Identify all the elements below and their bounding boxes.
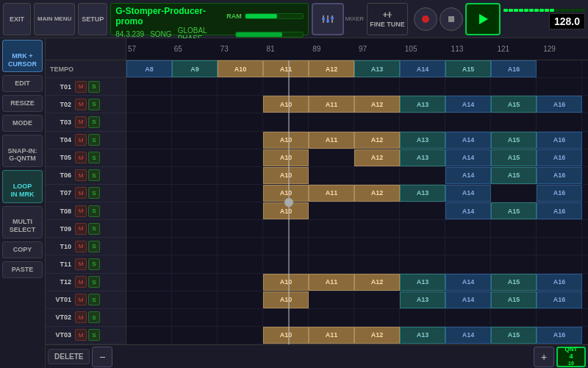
grid-cell-t08-4[interactable] bbox=[309, 202, 354, 219]
grid-cell-tempo-1[interactable]: A9 bbox=[172, 60, 218, 77]
grid-cell-tempo-5[interactable]: A13 bbox=[354, 60, 400, 77]
grid-cell-t09-8[interactable] bbox=[491, 220, 537, 237]
grid-cell-vt02-5[interactable] bbox=[354, 309, 400, 326]
grid-cell-t12-3[interactable]: A10 bbox=[263, 274, 309, 291]
grid-cell-t07-1[interactable] bbox=[172, 185, 218, 202]
grid-cell-vt02-1[interactable] bbox=[172, 309, 218, 326]
grid-cell-t04-9[interactable]: A16 bbox=[537, 132, 582, 149]
grid-cell-vt03-1[interactable] bbox=[172, 327, 218, 344]
grid-cell-t08-5[interactable] bbox=[354, 202, 400, 219]
grid-cell-t03-8[interactable] bbox=[491, 113, 537, 130]
grid-cell-vt01-0[interactable] bbox=[126, 291, 172, 308]
exit-button[interactable]: EXIT bbox=[3, 3, 31, 35]
grid-cell-t02-4[interactable]: A11 bbox=[309, 96, 354, 113]
grid-cell-tempo-8[interactable]: A16 bbox=[491, 60, 537, 77]
grid-cell-t06-7[interactable]: A14 bbox=[445, 167, 491, 184]
grid-cell-t06-9[interactable]: A16 bbox=[537, 167, 582, 184]
solo-button-t10[interactable]: S bbox=[88, 241, 100, 252]
grid-cell-vt03-0[interactable] bbox=[126, 327, 172, 344]
solo-button-t12[interactable]: S bbox=[88, 276, 100, 288]
grid-cell-t08-9[interactable]: A16 bbox=[537, 202, 582, 219]
solo-button-vt03[interactable]: S bbox=[88, 329, 100, 341]
grid-cell-t07-8[interactable] bbox=[491, 185, 537, 202]
grid-cell-t01-7[interactable] bbox=[445, 78, 491, 95]
grid-cell-t10-3[interactable] bbox=[263, 238, 309, 255]
solo-button-vt02[interactable]: S bbox=[88, 311, 100, 323]
grid-cell-t05-5[interactable]: A12 bbox=[354, 149, 400, 166]
grid-cell-t07-7[interactable]: A14 bbox=[445, 185, 491, 202]
grid-cell-vt03-4[interactable]: A11 bbox=[309, 327, 354, 344]
grid-cell-t10-6[interactable] bbox=[400, 238, 445, 255]
grid-cell-t03-3[interactable] bbox=[263, 113, 309, 130]
grid-cell-t09-0[interactable] bbox=[126, 220, 172, 237]
grid-cell-t12-7[interactable]: A14 bbox=[445, 274, 491, 291]
grid-cell-t09-9[interactable] bbox=[537, 220, 582, 237]
grid-cell-t09-6[interactable] bbox=[400, 220, 445, 237]
grid-cell-t05-8[interactable]: A15 bbox=[491, 149, 537, 166]
grid-cell-t04-3[interactable]: A10 bbox=[263, 132, 309, 149]
grid-cell-t06-8[interactable]: A15 bbox=[491, 167, 537, 184]
mute-button-t09[interactable]: M bbox=[75, 223, 87, 235]
main-menu-button[interactable]: MAIN MENU bbox=[34, 3, 75, 35]
grid-cell-vt03-7[interactable]: A14 bbox=[445, 327, 491, 344]
grid-cell-t05-0[interactable] bbox=[126, 149, 172, 166]
stop-button[interactable] bbox=[440, 7, 463, 31]
grid-cell-vt01-9[interactable]: A16 bbox=[537, 291, 582, 308]
setup-button[interactable]: SETUP bbox=[78, 3, 107, 35]
grid-cell-t09-3[interactable] bbox=[263, 220, 309, 237]
snap-in-button[interactable]: SNAP-IN: G-QNTM bbox=[2, 135, 43, 167]
grid-cell-t02-5[interactable]: A12 bbox=[354, 96, 400, 113]
grid-cell-vt01-8[interactable]: A15 bbox=[491, 291, 537, 308]
grid-cell-t12-2[interactable] bbox=[218, 274, 263, 291]
grid-cell-vt01-2[interactable] bbox=[218, 291, 263, 308]
grid-cell-t12-1[interactable] bbox=[172, 274, 218, 291]
solo-button-vt01[interactable]: S bbox=[88, 294, 100, 305]
grid-cell-t05-2[interactable] bbox=[218, 149, 263, 166]
grid-cell-t02-8[interactable]: A15 bbox=[491, 96, 537, 113]
grid-cell-t08-7[interactable]: A14 bbox=[445, 202, 491, 219]
grid-cell-t12-0[interactable] bbox=[126, 274, 172, 291]
grid-cell-t10-4[interactable] bbox=[309, 238, 354, 255]
grid-cell-t06-2[interactable] bbox=[218, 167, 263, 184]
grid-cell-vt02-0[interactable] bbox=[126, 309, 172, 326]
grid-cell-vt03-2[interactable] bbox=[218, 327, 263, 344]
mrk-cursor-button[interactable]: MRK + CURSOR bbox=[2, 40, 43, 72]
grid-cell-t09-5[interactable] bbox=[354, 220, 400, 237]
grid-cell-vt02-2[interactable] bbox=[218, 309, 263, 326]
grid-cell-t06-6[interactable] bbox=[400, 167, 445, 184]
grid-cell-t07-9[interactable]: A16 bbox=[537, 185, 582, 202]
grid-cell-tempo-6[interactable]: A14 bbox=[400, 60, 445, 77]
loop-in-mrk-button[interactable]: LOOP IN MRK bbox=[2, 170, 43, 202]
mute-button-t07[interactable]: M bbox=[75, 187, 87, 199]
grid-cell-t02-9[interactable]: A16 bbox=[537, 96, 582, 113]
grid-cell-t02-0[interactable] bbox=[126, 96, 172, 113]
grid-cell-tempo-0[interactable]: A8 bbox=[126, 60, 172, 77]
grid-cell-t06-3[interactable]: A10 bbox=[263, 167, 309, 184]
grid-cell-vt03-9[interactable]: A16 bbox=[537, 327, 582, 344]
mixer-button[interactable] bbox=[312, 3, 344, 35]
grid-cell-t10-8[interactable] bbox=[491, 238, 537, 255]
grid-cell-t08-2[interactable] bbox=[218, 202, 263, 219]
copy-button[interactable]: COPY bbox=[2, 241, 43, 258]
grid-cell-t04-1[interactable] bbox=[172, 132, 218, 149]
mute-button-vt02[interactable]: M bbox=[75, 311, 87, 323]
play-button[interactable] bbox=[465, 3, 501, 35]
grid-cell-vt03-5[interactable]: A12 bbox=[354, 327, 400, 344]
mute-button-vt01[interactable]: M bbox=[75, 294, 87, 305]
grid-cell-t11-1[interactable] bbox=[172, 255, 218, 272]
grid-cell-t11-2[interactable] bbox=[218, 255, 263, 272]
grid-cell-t07-5[interactable]: A12 bbox=[354, 185, 400, 202]
grid-cell-tempo-2[interactable]: A10 bbox=[218, 60, 263, 77]
grid-cell-t08-8[interactable]: A15 bbox=[491, 202, 537, 219]
grid-cell-t08-0[interactable] bbox=[126, 202, 172, 219]
record-button[interactable] bbox=[414, 7, 437, 31]
grid-cell-t12-8[interactable]: A15 bbox=[491, 274, 537, 291]
grid-cell-t04-8[interactable]: A15 bbox=[491, 132, 537, 149]
grid-cell-vt02-8[interactable] bbox=[491, 309, 537, 326]
grid-cell-vt01-4[interactable] bbox=[309, 291, 354, 308]
grid-cell-t05-7[interactable]: A14 bbox=[445, 149, 491, 166]
solo-button-t06[interactable]: S bbox=[88, 169, 100, 181]
grid-cell-t03-4[interactable] bbox=[309, 113, 354, 130]
grid-cell-t01-9[interactable] bbox=[537, 78, 582, 95]
grid-cell-vt01-1[interactable] bbox=[172, 291, 218, 308]
